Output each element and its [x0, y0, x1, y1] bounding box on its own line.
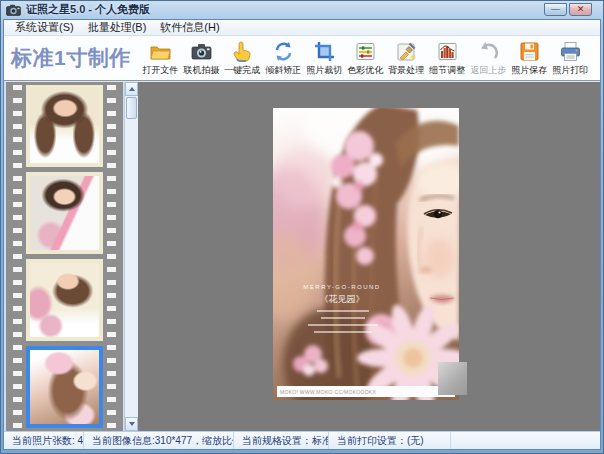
- arrow-down-icon: [129, 422, 135, 426]
- photo-watermark-text: MOKO! WWW.MOKO.CC/MOKOOOKX: [280, 389, 376, 395]
- print-button[interactable]: 照片打印: [550, 40, 591, 77]
- status-spec-setting: 当前规格设置：标准1寸: [234, 432, 329, 449]
- sidebar-scrollbar[interactable]: [124, 82, 138, 431]
- thumbnail-image: [30, 263, 99, 337]
- menu-software-info[interactable]: 软件信息(H): [153, 20, 226, 35]
- photo-overlay-credits: [306, 310, 380, 338]
- thumbnail-image: [30, 176, 99, 250]
- toolbar-label: 细节调整: [429, 64, 465, 77]
- thumbnail-sidebar: [4, 82, 138, 431]
- detail-adjust-button[interactable]: 细节调整: [427, 40, 468, 77]
- minimize-button[interactable]: —: [544, 3, 567, 16]
- photo-overlay-title: MERRY-GO-ROUND: [281, 284, 403, 290]
- status-bar: 当前照片张数: 4/4 当前图像信息:310*477，缩放比例 100% 当前规…: [4, 431, 600, 449]
- detail-adjust-icon: [436, 40, 459, 63]
- status-empty: [451, 432, 600, 449]
- portrait-thumbnail-2[interactable]: [26, 172, 103, 254]
- portrait-thumbnail-4[interactable]: [26, 346, 103, 428]
- open-file-icon: [149, 40, 172, 63]
- status-print-setting: 当前打印设置：(无): [329, 432, 451, 449]
- tilt-correct-button[interactable]: 倾斜矫正: [263, 40, 304, 77]
- menu-system-settings[interactable]: 系统设置(S): [8, 20, 81, 35]
- save-button[interactable]: 照片保存: [509, 40, 550, 77]
- scrollbar-thumb[interactable]: [126, 97, 137, 119]
- undo-icon: [477, 40, 500, 63]
- color-optimize-icon: [354, 40, 377, 63]
- toolbar-label: 背景处理: [388, 64, 424, 77]
- color-optimize-button[interactable]: 色彩优化: [345, 40, 386, 77]
- scroll-up-button[interactable]: [125, 82, 138, 96]
- title-bar: 证照之星5.0 - 个人免费版 — ✕: [0, 0, 604, 19]
- toolbar-label: 打开文件: [142, 64, 178, 77]
- toolbar-label: 联机拍摄: [183, 64, 219, 77]
- print-icon: [559, 40, 582, 63]
- toolbar-label: 倾斜矫正: [265, 64, 301, 77]
- status-image-info: 当前图像信息:310*477，缩放比例 100%: [84, 432, 234, 449]
- photo-preview: MERRY-GO-ROUND 《花见园》 MOKO! WWW.MOKO.CC/M…: [273, 108, 459, 400]
- camera-capture-button[interactable]: 联机拍摄: [181, 40, 222, 77]
- toolbar-label: 照片打印: [552, 64, 588, 77]
- filmstrip-sprockets-left: [13, 85, 22, 428]
- portrait-photo-image: [273, 108, 459, 400]
- scroll-down-button[interactable]: [125, 417, 138, 431]
- crop-button[interactable]: 照片裁切: [304, 40, 345, 77]
- menu-bar: 系统设置(S) 批量处理(B) 软件信息(H): [4, 20, 600, 36]
- toolbar-label: 照片保存: [511, 64, 547, 77]
- thumbnail-image: [30, 350, 99, 424]
- thumbnail-image: [30, 89, 99, 163]
- toolbar-label: 一键完成: [224, 64, 260, 77]
- arrow-up-icon: [129, 87, 135, 91]
- photo-overlay-subtitle: 《花见园》: [281, 293, 403, 306]
- window-title: 证照之星5.0 - 个人免费版: [26, 2, 544, 17]
- photo-watermark-strip: MOKO! WWW.MOKO.CC/MOKOOOKX: [277, 386, 455, 397]
- toolbar-label: 返回上步: [470, 64, 506, 77]
- portrait-thumbnail-1[interactable]: [26, 85, 103, 167]
- save-icon: [518, 40, 541, 63]
- toolbar: 标准1寸制作 打开文件 联机拍摄: [4, 36, 600, 82]
- camera-capture-icon: [190, 40, 213, 63]
- background-process-button[interactable]: 背景处理: [386, 40, 427, 77]
- page-title: 标准1寸制作: [11, 44, 131, 72]
- content-area: MERRY-GO-ROUND 《花见园》 MOKO! WWW.MOKO.CC/M…: [4, 82, 600, 431]
- toolbar-label: 色彩优化: [347, 64, 383, 77]
- one-click-finish-icon: [231, 40, 254, 63]
- filmstrip: [6, 82, 123, 431]
- grey-cover-square: [438, 362, 467, 395]
- menu-batch-process[interactable]: 批量处理(B): [81, 20, 154, 35]
- filmstrip-sprockets-right: [107, 85, 116, 428]
- portrait-thumbnail-3[interactable]: [26, 259, 103, 341]
- app-body: 系统设置(S) 批量处理(B) 软件信息(H) 标准1寸制作 打开文件: [3, 19, 601, 450]
- photo-canvas: MERRY-GO-ROUND 《花见园》 MOKO! WWW.MOKO.CC/M…: [138, 82, 600, 431]
- crop-icon: [313, 40, 336, 63]
- app-window: 证照之星5.0 - 个人免费版 — ✕ 系统设置(S) 批量处理(B) 软件信息…: [0, 0, 604, 454]
- undo-button[interactable]: 返回上步: [468, 40, 509, 77]
- status-photo-count: 当前照片张数: 4/4: [4, 432, 84, 449]
- open-file-button[interactable]: 打开文件: [140, 40, 181, 77]
- app-camera-icon: [6, 4, 21, 16]
- close-button[interactable]: ✕: [569, 3, 592, 16]
- background-process-icon: [395, 40, 418, 63]
- one-click-finish-button[interactable]: 一键完成: [222, 40, 263, 77]
- toolbar-label: 照片裁切: [306, 64, 342, 77]
- tilt-correct-icon: [272, 40, 295, 63]
